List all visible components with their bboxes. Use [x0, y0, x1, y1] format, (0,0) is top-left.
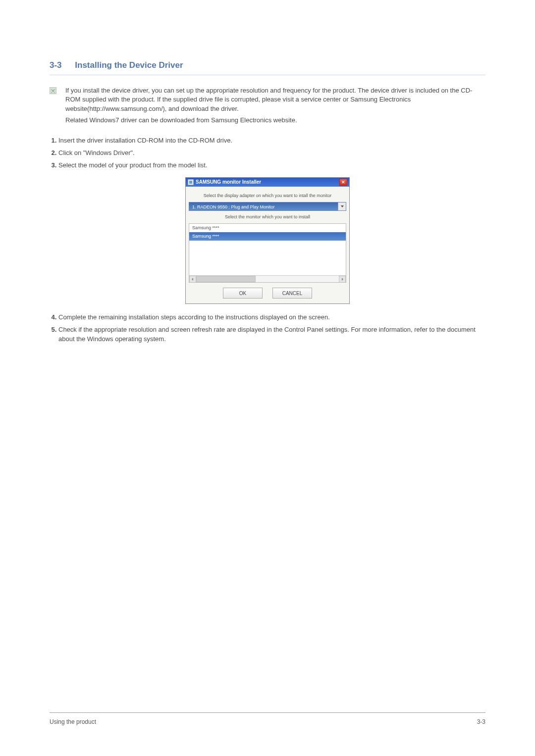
step-2: Click on "Windows Driver".	[58, 149, 485, 158]
adapter-caption: Select the display adapter on which you …	[189, 193, 346, 199]
adapter-select[interactable]: 1. RADEON 9550 : Plug and Play Monitor	[189, 202, 346, 211]
scroll-left-icon[interactable]	[189, 276, 196, 283]
step-4: Complete the remaining installation step…	[58, 313, 485, 322]
scroll-thumb[interactable]	[196, 276, 256, 282]
horizontal-scrollbar[interactable]	[189, 275, 346, 282]
adapter-value: 1. RADEON 9550 : Plug and Play Monitor	[189, 202, 338, 210]
dialog-titlebar: SAMSUNG monitor Installer ✕	[186, 178, 349, 187]
step-3: Select the model of your product from th…	[58, 161, 485, 170]
dialog-title: SAMSUNG monitor Installer	[196, 179, 261, 186]
list-item[interactable]: Samsung ****	[189, 224, 346, 232]
note-icon	[50, 87, 56, 94]
footer-right: 3-3	[477, 718, 485, 726]
close-icon[interactable]: ✕	[339, 179, 347, 186]
step-1: Insert the driver installation CD-ROM in…	[58, 136, 485, 146]
scroll-track[interactable]	[196, 276, 339, 282]
monitor-listbox[interactable]: Samsung **** Samsung ****	[189, 223, 346, 283]
dialog-app-icon	[188, 179, 194, 185]
page-footer: Using the product 3-3	[50, 712, 485, 726]
footer-left: Using the product	[50, 718, 96, 726]
section-heading: 3-3 Installing the Device Driver	[50, 59, 485, 75]
svg-rect-2	[189, 181, 192, 184]
info-paragraph-2: Related Windows7 driver can be downloade…	[65, 116, 485, 125]
installer-dialog: SAMSUNG monitor Installer ✕ Select the d…	[185, 177, 350, 304]
steps-list-continued: Complete the remaining installation step…	[58, 313, 485, 344]
steps-list: Insert the driver installation CD-ROM in…	[58, 136, 485, 170]
dialog-button-row: OK CANCEL	[189, 288, 346, 299]
step-5: Check if the appropriate resolution and …	[58, 325, 485, 344]
ok-button[interactable]: OK	[223, 288, 263, 299]
cancel-button[interactable]: CANCEL	[272, 288, 312, 299]
section-number: 3-3	[50, 60, 62, 70]
monitor-caption: Select the monitor which you want to ins…	[189, 214, 346, 220]
info-text: If you install the device driver, you ca…	[65, 86, 485, 127]
svg-point-1	[52, 90, 54, 92]
chevron-down-icon[interactable]	[338, 202, 346, 210]
scroll-right-icon[interactable]	[339, 276, 346, 283]
info-note: If you install the device driver, you ca…	[50, 86, 485, 127]
info-paragraph-1: If you install the device driver, you ca…	[65, 86, 485, 114]
list-item[interactable]: Samsung ****	[189, 232, 346, 241]
section-title: Installing the Device Driver	[75, 60, 183, 70]
